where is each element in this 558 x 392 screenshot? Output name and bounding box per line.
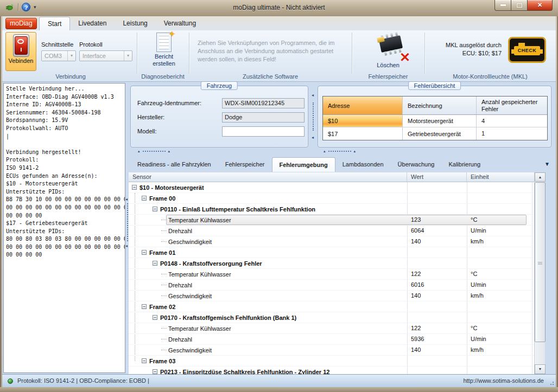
tree-row[interactable]: Geschwindigkeit140km/h [129, 291, 534, 301]
ribbon-tab-livedaten[interactable]: Livedaten [70, 17, 115, 30]
tab-lambdasonden[interactable]: Lambdasonden [335, 157, 391, 172]
tree-cell-einheit: °C [467, 215, 534, 225]
tree-row[interactable]: −$10 - Motorsteuergerät [129, 182, 534, 193]
tree-row-label: P0213 - Einspritzdüse Schaltkreis Fehlfu… [160, 369, 329, 375]
tab-fehlerumgebung[interactable]: Fehlerumgebung [272, 157, 335, 172]
app-menu-button[interactable]: moDiag [5, 18, 37, 29]
tree-cell-einheit: km/h [467, 236, 534, 247]
expand-collapse-icon[interactable]: − [142, 196, 147, 201]
protocol-combobox[interactable]: Interface ▾ [79, 50, 132, 61]
column-header-wert[interactable]: Wert [407, 172, 467, 182]
tree-row[interactable]: −Frame 00 [129, 193, 534, 204]
tab-readiness-alle-fahrzyklen[interactable]: Readiness - alle Fahrzyklen [130, 157, 218, 172]
tree-cell-wert: 122 [407, 323, 467, 333]
window-controls: ✕ [494, 0, 553, 11]
tab-fehlerspeicher[interactable]: Fehlerspeicher [218, 157, 272, 172]
expand-collapse-icon[interactable]: − [132, 185, 137, 190]
group-caption-fehlerspeicher: Fehlerspeicher [352, 73, 424, 80]
tree-cell-wert: 122 [407, 269, 467, 279]
tree-row-label: Drehzahl [168, 228, 192, 234]
expand-collapse-icon[interactable]: − [153, 207, 157, 211]
expand-collapse-icon[interactable]: − [142, 358, 147, 363]
vehicle-field-input[interactable]: Dodge [222, 112, 305, 123]
tree-row-label: Geschwindigkeit [168, 239, 212, 245]
ribbon-tab-row: moDiag StartLivedatenLeistungVerwaltung [2, 16, 556, 30]
tree-row[interactable]: −P0110 - Einlaß Lufttemperatur Schaltkre… [129, 204, 534, 215]
tree-row[interactable]: −P0148 - Kraftstoffversorgung Fehler [129, 258, 534, 269]
tab-überwachung[interactable]: Überwachung [391, 157, 442, 172]
tree-cell-wert [407, 193, 467, 203]
scroll-down-icon[interactable]: ▼ [535, 364, 546, 374]
tree-row[interactable]: −Frame 03 [129, 356, 534, 367]
close-button[interactable]: ✕ [527, 0, 553, 11]
expand-collapse-icon[interactable]: − [142, 304, 147, 309]
tree-row[interactable]: Temperatur Kühlwasser123°C [129, 215, 534, 226]
tree-row[interactable]: Temperatur Kühlwasser122°C [129, 269, 534, 280]
tab-kalibrierung[interactable]: Kalibrierung [441, 157, 487, 172]
scrollbar-thumb[interactable] [535, 182, 546, 342]
tree-cell-einheit [467, 204, 534, 214]
tree-cell-wert [407, 247, 467, 258]
vehicle-field-input[interactable] [222, 126, 305, 137]
group-caption-mkl: Motor-Kontrollleuchte (MKL) [424, 73, 556, 80]
ribbon: Vebinden Schnittstelle Protokoll COM3 ▾ … [2, 30, 556, 82]
protocol-combobox-value: Interface [83, 53, 106, 59]
tree-row[interactable]: −Frame 02 [129, 301, 534, 312]
ribbon-tab-leistung[interactable]: Leistung [115, 17, 155, 30]
column-header-adresse[interactable]: Adresse [323, 97, 403, 114]
tree-row[interactable]: Temperatur Kühlwasser122°C [129, 323, 534, 334]
tree-row[interactable]: −P0213 - Einspritzdüse Schaltkreis Fehlf… [129, 367, 534, 374]
tree-cell-sensor: −P0213 - Einspritzdüse Schaltkreis Fehlf… [129, 367, 407, 374]
panel-splitter[interactable]: ◂ ◂ [309, 87, 317, 146]
tree-branch-line [161, 230, 167, 231]
column-header-anzahl[interactable]: Anzahl gespeicherter Fehler [477, 97, 547, 114]
scroll-up-icon[interactable]: ▲ [535, 172, 546, 182]
interface-combobox[interactable]: COM3 ▾ [41, 50, 76, 61]
column-header-bezeichnung[interactable]: Bezeichnung [403, 97, 477, 114]
tree-row[interactable]: Geschwindigkeit140km/h [129, 236, 534, 247]
tree-cell-wert: 123 [407, 215, 467, 225]
tree-row[interactable]: Drehzahl5936U/min [129, 334, 534, 345]
collapse-grip[interactable]: ▴ ▴ [138, 149, 170, 153]
resize-grip[interactable] [549, 380, 554, 385]
clear-faults-button[interactable]: ✕ [376, 31, 406, 59]
mkl-status-text: MKL ausgelöst durch ECU: $10; $17 [419, 41, 502, 57]
connection-log-panel[interactable]: Stelle Verbindung her... Interface: OBD-… [3, 83, 125, 373]
expand-collapse-icon[interactable]: − [153, 261, 157, 266]
thumb-grip [538, 262, 542, 262]
tree-row[interactable]: Drehzahl6064U/min [129, 226, 534, 236]
tree-row[interactable]: −P0170 - Kraftstoffgemisch Fehlfunktion … [129, 312, 534, 323]
tree-cell-sensor: −P0148 - Kraftstoffversorgung Fehler [129, 258, 407, 268]
collapse-grip[interactable]: ▴ ▴ [324, 149, 356, 153]
title-bar[interactable]: ? ▾ moDiag ultimate - Nicht aktiviert ✕ [0, 0, 558, 16]
column-header-sensor[interactable]: Sensor [129, 172, 407, 182]
column-header-einheit[interactable]: Einheit [467, 172, 534, 182]
tree-row[interactable]: Geschwindigkeit140km/h [129, 345, 534, 356]
window-frame-bottom [0, 387, 558, 392]
expand-collapse-icon[interactable]: − [153, 369, 157, 374]
tab-overflow-dropdown-icon[interactable]: ▼ [544, 161, 550, 167]
fault-table-row[interactable]: $10Motorsteuergerät4 [323, 115, 547, 127]
ribbon-tab-start[interactable]: Start [39, 17, 70, 30]
report-document-icon: ✦ [156, 33, 172, 52]
minimize-button[interactable] [494, 0, 511, 11]
tree-row[interactable]: −Frame 01 [129, 247, 534, 258]
create-report-button[interactable]: ✦ Bericht erstellen [144, 31, 183, 72]
vehicle-field-input[interactable]: WDX-SIM0019212345 [222, 98, 305, 108]
tree-branch-line [161, 339, 167, 339]
status-url-text[interactable]: http://www.sotima-solutions.de [463, 377, 544, 384]
ribbon-tab-verwaltung[interactable]: Verwaltung [156, 17, 204, 30]
expand-collapse-icon[interactable]: − [142, 250, 147, 255]
tree-cell-wert [407, 204, 467, 214]
tree-row[interactable]: Drehzahl6016U/min [129, 280, 534, 291]
status-bar: Protokoll: ISO 9141-2 | OBD-Compliance: … [2, 374, 556, 387]
maximize-button[interactable] [511, 0, 527, 11]
tree-cell-sensor: Geschwindigkeit [129, 345, 407, 355]
check-engine-icon[interactable]: CHECK [508, 37, 546, 63]
expand-collapse-icon[interactable]: − [153, 315, 157, 320]
vertical-scrollbar[interactable]: ▲ ▼ [534, 172, 545, 374]
connect-button-label: Vebinden [6, 57, 36, 64]
status-protocol-text: Protokoll: ISO 9141-2 | OBD-Compliance: … [17, 377, 149, 384]
fault-table-row[interactable]: $17Getriebesteuergerät1 [323, 127, 547, 140]
connect-button[interactable]: Vebinden [5, 32, 36, 71]
